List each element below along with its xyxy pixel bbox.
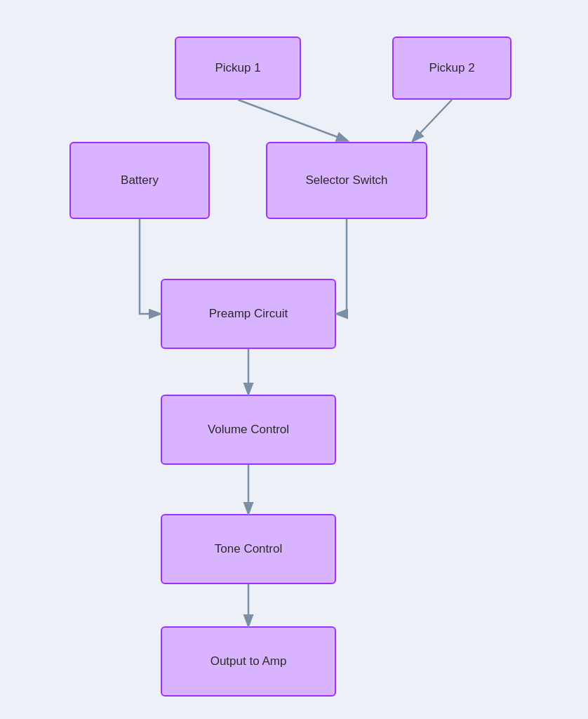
diagram: Pickup 1 Pickup 2 Battery Selector Switc… <box>48 22 540 697</box>
tone-label: Tone Control <box>215 542 282 556</box>
output-label: Output to Amp <box>211 654 287 668</box>
arrow-selector-preamp <box>338 219 347 314</box>
selector-label: Selector Switch <box>305 173 387 187</box>
arrow-battery-preamp <box>140 219 159 314</box>
pickup2-node: Pickup 2 <box>392 37 512 100</box>
volume-node: Volume Control <box>161 395 336 465</box>
selector-node: Selector Switch <box>266 142 427 219</box>
arrow-pickup2-selector <box>413 100 452 140</box>
pickup2-label: Pickup 2 <box>429 61 474 75</box>
battery-node: Battery <box>69 142 210 219</box>
arrow-pickup1-selector <box>238 100 347 140</box>
volume-label: Volume Control <box>208 423 289 437</box>
pickup1-label: Pickup 1 <box>215 61 260 75</box>
battery-label: Battery <box>121 173 159 187</box>
output-node: Output to Amp <box>161 626 336 697</box>
preamp-node: Preamp Circuit <box>161 279 336 349</box>
preamp-label: Preamp Circuit <box>209 307 288 321</box>
pickup1-node: Pickup 1 <box>175 37 301 100</box>
tone-node: Tone Control <box>161 514 336 584</box>
arrows-svg <box>48 22 540 697</box>
